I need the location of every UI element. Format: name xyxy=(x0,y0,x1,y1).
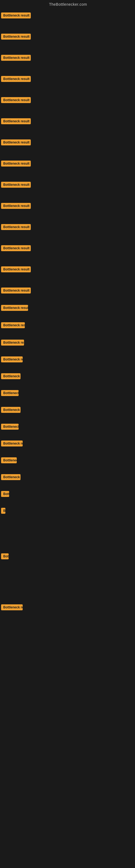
bottleneck-item-3: Bottleneck result xyxy=(1,73,135,86)
bottleneck-badge-13: Bottleneck result xyxy=(1,287,31,293)
bottleneck-item-14: Bottleneck result xyxy=(1,302,135,315)
bottleneck-badge-17: Bottleneck result xyxy=(1,356,23,362)
bottleneck-item-15: Bottleneck result xyxy=(1,319,135,333)
bottleneck-badge-18: Bottleneck result xyxy=(1,373,20,379)
bottleneck-badge-4: Bottleneck result xyxy=(1,97,31,103)
bottleneck-badge-11: Bottleneck result xyxy=(1,245,31,251)
bottleneck-badge-7: Bottleneck result xyxy=(1,161,31,166)
bottleneck-item-26: Bottleneck result xyxy=(1,505,135,518)
bottleneck-badge-5: Bottleneck result xyxy=(1,118,31,124)
bottleneck-item-25: Bottleneck result xyxy=(1,488,135,501)
bottleneck-badge-26: Bottleneck result xyxy=(1,508,5,514)
bottleneck-item-19: Bottleneck result xyxy=(1,388,135,400)
bottleneck-item-11: Bottleneck result xyxy=(1,243,135,255)
bottleneck-badge-9: Bottleneck result xyxy=(1,203,31,209)
bottleneck-badge-23: Bottleneck result xyxy=(1,457,17,463)
bottleneck-item-8: Bottleneck result xyxy=(1,179,135,192)
bottleneck-item-12: Bottleneck result xyxy=(1,264,135,277)
bottleneck-badge-2: Bottleneck result xyxy=(1,55,31,61)
bottleneck-badge-34: Bottleneck result xyxy=(1,604,23,610)
bottleneck-badge-6: Bottleneck result xyxy=(1,140,31,145)
bottleneck-badge-19: Bottleneck result xyxy=(1,390,18,396)
bottleneck-item-6: Bottleneck result xyxy=(1,137,135,150)
bottleneck-badge-20: Bottleneck result xyxy=(1,407,20,413)
bottleneck-badge-3: Bottleneck result xyxy=(1,76,31,82)
bottleneck-badge-25: Bottleneck result xyxy=(1,491,9,497)
bottleneck-item-24: Bottleneck result xyxy=(1,471,135,485)
bottleneck-item-16: Bottleneck result xyxy=(1,337,135,350)
bottleneck-badge-15: Bottleneck result xyxy=(1,322,25,328)
bottleneck-badge-24: Bottleneck result xyxy=(1,474,20,480)
bottleneck-badge-8: Bottleneck result xyxy=(1,182,31,188)
bottleneck-badge-0: Bottleneck result xyxy=(1,12,31,19)
bottleneck-badge-21: Bottleneck result xyxy=(1,424,18,430)
bottleneck-item-5: Bottleneck result xyxy=(1,116,135,129)
bottleneck-badge-12: Bottleneck result xyxy=(1,267,31,272)
site-title: TheBottlenecker.com xyxy=(1,0,135,10)
bottleneck-badge-14: Bottleneck result xyxy=(1,305,28,311)
bottleneck-item-0: Bottleneck result xyxy=(1,10,135,23)
bottleneck-item-2: Bottleneck result xyxy=(1,52,135,65)
bottleneck-item-1: Bottleneck result xyxy=(1,31,135,44)
bottleneck-item-23: Bottleneck result xyxy=(1,455,135,468)
bottleneck-badge-22: Bottleneck result xyxy=(1,440,23,446)
bottleneck-item-9: Bottleneck result xyxy=(1,200,135,213)
bottleneck-item-10: Bottleneck result xyxy=(1,221,135,235)
bottleneck-item-34: Bottleneck result xyxy=(1,601,135,615)
bottleneck-badge-16: Bottleneck result xyxy=(1,340,24,346)
bottleneck-item-20: Bottleneck result xyxy=(1,404,135,417)
bottleneck-badge-10: Bottleneck result xyxy=(1,224,31,230)
bottleneck-item-17: Bottleneck result xyxy=(1,354,135,367)
bottleneck-item-7: Bottleneck result xyxy=(1,158,135,171)
bottleneck-item-18: Bottleneck result xyxy=(1,371,135,383)
bottleneck-item-30: Bottleneck result xyxy=(1,551,135,564)
bottleneck-item-21: Bottleneck result xyxy=(1,421,135,434)
bottleneck-item-22: Bottleneck result xyxy=(1,438,135,451)
bottleneck-item-4: Bottleneck result xyxy=(1,94,135,107)
bottleneck-item-13: Bottleneck result xyxy=(1,285,135,298)
bottleneck-badge-30: Bottleneck result xyxy=(1,553,9,559)
bottleneck-badge-1: Bottleneck result xyxy=(1,34,31,40)
